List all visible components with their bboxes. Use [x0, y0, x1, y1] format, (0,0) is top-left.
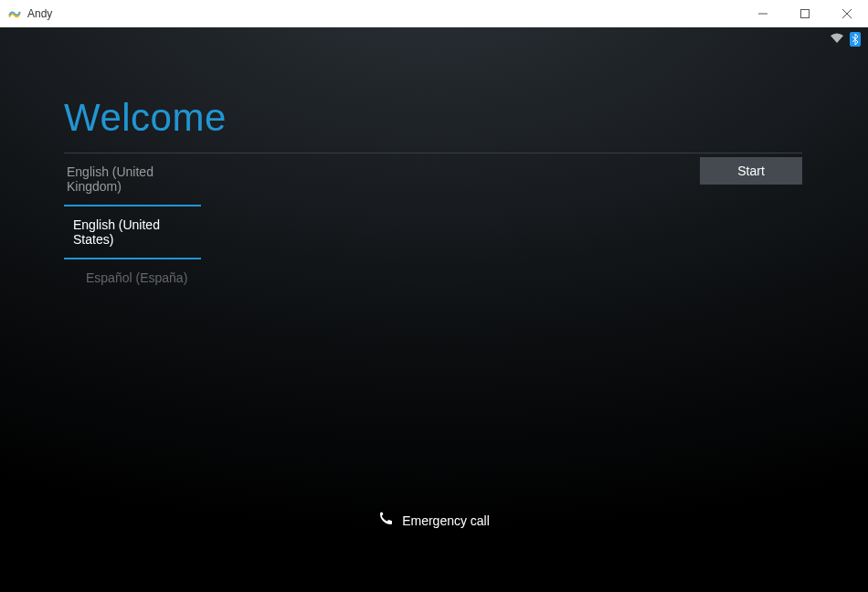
close-button[interactable]	[826, 0, 868, 27]
app-icon	[7, 6, 22, 21]
svg-rect-1	[801, 9, 810, 17]
window-titlebar: Andy	[0, 0, 868, 27]
language-option-selected[interactable]: English (United States)	[64, 205, 201, 259]
emergency-call-button[interactable]: Emergency call	[0, 512, 868, 530]
language-option[interactable]: English (United Kingdom)	[64, 153, 201, 205]
bluetooth-icon	[850, 32, 861, 47]
status-bar	[830, 27, 868, 51]
minimize-button[interactable]	[742, 0, 784, 27]
language-picker[interactable]: English (United Kingdom) English (United…	[64, 153, 201, 296]
welcome-title: Welcome	[64, 96, 802, 140]
emergency-call-label: Emergency call	[402, 513, 490, 528]
window-title: Andy	[27, 7, 52, 20]
navigation-bar	[0, 548, 868, 592]
start-button[interactable]: Start	[700, 157, 802, 185]
phone-icon	[378, 512, 393, 530]
maximize-button[interactable]	[784, 0, 826, 27]
wifi-icon	[830, 31, 844, 48]
language-option[interactable]: Español (España)	[64, 259, 201, 296]
android-screen: Welcome English (United Kingdom) English…	[0, 27, 868, 592]
welcome-content: Welcome English (United Kingdom) English…	[64, 96, 802, 296]
